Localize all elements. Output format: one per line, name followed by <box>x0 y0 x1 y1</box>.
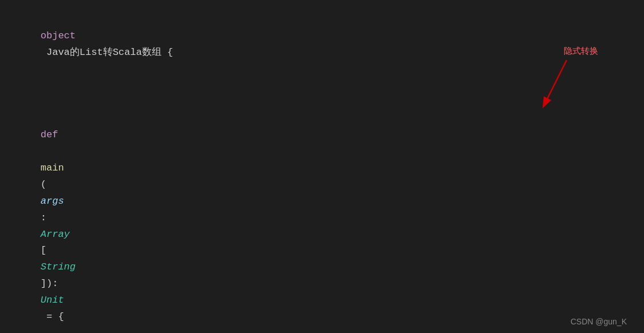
fn-main: main <box>41 162 64 173</box>
line-3: def main ( args : Array [ String ]): Uni… <box>17 94 627 333</box>
param-args: args <box>41 196 64 207</box>
annotation-implicit-conversion: 隐式转换 <box>564 46 598 57</box>
type-unit: Unit <box>41 295 64 306</box>
code-block: object Java的List转Scala数组 { def main ( ar… <box>0 0 644 333</box>
annotation-text: 隐式转换 <box>564 46 598 56</box>
keyword-def: def <box>41 129 58 140</box>
line-2 <box>17 78 627 94</box>
keyword-object: object <box>41 30 76 41</box>
line-1: object Java的List转Scala数组 { <box>17 11 627 78</box>
classname-chinese: Java的List转Scala数组 { <box>41 47 173 58</box>
type-string: String <box>41 261 76 272</box>
watermark: CSDN @gun_K <box>571 317 627 326</box>
type-array: Array <box>41 229 70 240</box>
